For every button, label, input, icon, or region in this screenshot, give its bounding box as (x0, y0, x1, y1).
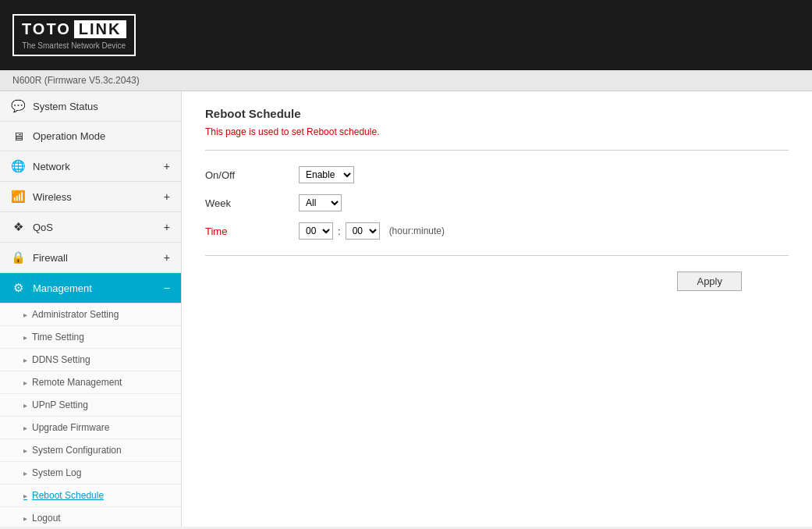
sidebar-label-system-status: System Status (33, 101, 98, 112)
sub-label-logout: Logout (32, 513, 61, 524)
sidebar-item-firewall[interactable]: 🔒 Firewall + (0, 243, 181, 273)
qos-expand-icon: + (164, 221, 170, 233)
sub-label-upnp-setting: UPnP Setting (32, 399, 88, 410)
management-expand-icon: − (164, 282, 170, 294)
firmware-bar: N600R (Firmware V5.3c.2043) (0, 70, 812, 91)
sidebar-sub-reboot-schedule[interactable]: ▸ Reboot Schedule (0, 485, 181, 507)
week-control: AllMonTueWedThuFriSatSun (299, 194, 342, 211)
time-row: Time 00010203040506070809101112131415161… (205, 222, 789, 240)
sidebar-sub-upnp-setting[interactable]: ▸ UPnP Setting (0, 394, 181, 417)
operation-mode-icon: 🖥 (11, 130, 25, 143)
time-colon: : (338, 225, 341, 237)
firewall-icon: 🔒 (11, 250, 25, 264)
bullet-icon: ▸ (23, 446, 27, 455)
sub-label-system-configuration: System Configuration (32, 445, 122, 456)
qos-icon: ❖ (11, 220, 25, 234)
firmware-label: N600R (Firmware V5.3c.2043) (12, 75, 140, 86)
sidebar-label-qos: QoS (33, 222, 53, 233)
week-row: Week AllMonTueWedThuFriSatSun (205, 194, 789, 211)
sidebar-sub-system-log[interactable]: ▸ System Log (0, 462, 181, 485)
management-icon: ⚙ (11, 281, 25, 295)
on-off-row: On/Off EnableDisable (205, 166, 789, 183)
bullet-icon: ▸ (23, 514, 27, 523)
on-off-control: EnableDisable (299, 166, 354, 183)
bullet-icon: ▸ (23, 311, 27, 319)
bullet-icon: ▸ (23, 401, 27, 410)
logo-tagline: The Smartest Network Device (22, 41, 126, 50)
sidebar-item-system-status[interactable]: 💬 System Status (0, 91, 181, 122)
sub-label-system-log: System Log (32, 467, 81, 478)
sidebar-item-management[interactable]: ⚙ Management − (0, 273, 181, 304)
page-description: This page is used to set Reboot schedule… (205, 126, 789, 137)
sidebar-label-operation-mode: Operation Mode (33, 130, 105, 142)
top-divider (205, 150, 789, 151)
sidebar-label-wireless: Wireless (33, 191, 72, 203)
management-submenu: ▸ Administrator Setting ▸ Time Setting ▸… (0, 304, 181, 527)
sidebar-label-firewall: Firewall (33, 252, 68, 264)
sidebar-sub-administrator-setting[interactable]: ▸ Administrator Setting (0, 304, 181, 326)
page-title: Reboot Schedule (205, 107, 789, 120)
header: TOTO LINK The Smartest Network Device (0, 0, 812, 70)
layout: 💬 System Status 🖥 Operation Mode 🌐 Netwo… (0, 91, 812, 527)
on-off-label: On/Off (205, 169, 299, 181)
sidebar-item-operation-mode[interactable]: 🖥 Operation Mode (0, 122, 181, 151)
on-off-select[interactable]: EnableDisable (299, 166, 354, 183)
system-status-icon: 💬 (11, 99, 25, 113)
apply-row: Apply (205, 272, 789, 291)
network-icon: 🌐 (11, 159, 25, 173)
hour-minute-hint: (hour:minute) (389, 225, 445, 236)
firewall-expand-icon: + (164, 251, 170, 264)
bullet-icon: ▸ (23, 469, 27, 478)
sidebar-item-wireless[interactable]: 📶 Wireless + (0, 182, 181, 212)
sidebar-label-network: Network (33, 161, 70, 172)
wireless-icon: 📶 (11, 190, 25, 204)
sidebar-sub-system-configuration[interactable]: ▸ System Configuration (0, 439, 181, 462)
minute-select[interactable]: 000510152025303540455055 (346, 222, 380, 240)
sub-label-time-setting: Time Setting (32, 332, 84, 343)
bottom-divider (205, 255, 789, 256)
sidebar-sub-logout[interactable]: ▸ Logout (0, 507, 181, 527)
week-label: Week (205, 197, 299, 209)
logo-toto: TOTO (22, 20, 71, 38)
sidebar: 💬 System Status 🖥 Operation Mode 🌐 Netwo… (0, 91, 182, 527)
sidebar-item-qos[interactable]: ❖ QoS + (0, 212, 181, 243)
bullet-icon: ▸ (23, 378, 27, 387)
time-control: 0001020304050607080910111213141516171819… (299, 222, 445, 240)
sub-label-remote-management: Remote Management (32, 377, 122, 388)
bullet-icon: ▸ (23, 492, 27, 500)
bullet-icon: ▸ (23, 333, 27, 342)
sub-label-ddns-setting: DDNS Setting (32, 354, 90, 365)
sub-label-reboot-schedule: Reboot Schedule (32, 490, 104, 501)
sub-label-administrator-setting: Administrator Setting (32, 309, 119, 320)
wireless-expand-icon: + (164, 190, 170, 203)
sidebar-sub-ddns-setting[interactable]: ▸ DDNS Setting (0, 349, 181, 371)
sidebar-sub-upgrade-firmware[interactable]: ▸ Upgrade Firmware (0, 417, 181, 439)
sub-label-upgrade-firmware: Upgrade Firmware (32, 422, 109, 433)
sidebar-label-management: Management (33, 282, 92, 294)
sidebar-item-network[interactable]: 🌐 Network + (0, 151, 181, 182)
bullet-icon: ▸ (23, 424, 27, 432)
logo-link: LINK (74, 20, 126, 38)
bullet-icon: ▸ (23, 356, 27, 364)
week-select[interactable]: AllMonTueWedThuFriSatSun (299, 194, 342, 211)
time-label: Time (205, 225, 299, 237)
sidebar-sub-time-setting[interactable]: ▸ Time Setting (0, 326, 181, 349)
sidebar-sub-remote-management[interactable]: ▸ Remote Management (0, 371, 181, 394)
hour-select[interactable]: 0001020304050607080910111213141516171819… (299, 222, 333, 240)
main-content: Reboot Schedule This page is used to set… (182, 91, 812, 527)
logo: TOTO LINK The Smartest Network Device (12, 14, 136, 56)
network-expand-icon: + (164, 160, 170, 172)
apply-button[interactable]: Apply (677, 272, 742, 291)
